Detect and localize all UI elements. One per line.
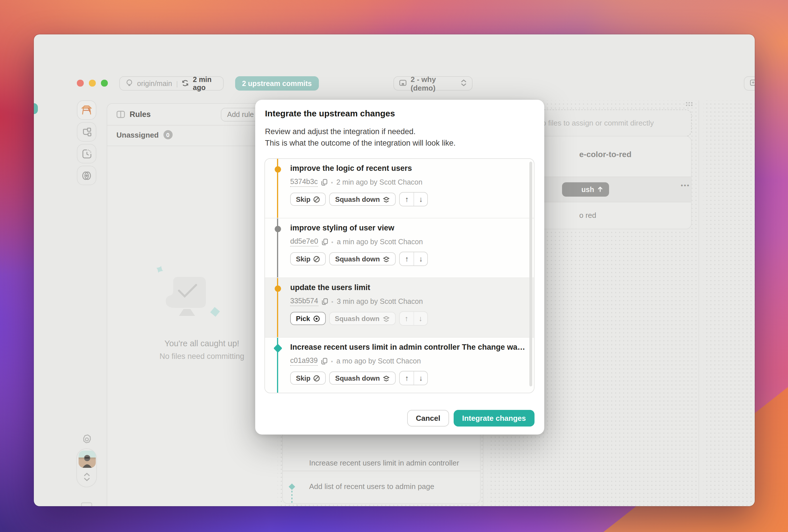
integrate-changes-button[interactable]: Integrate changes (453, 410, 534, 427)
actions-button[interactable]: Actions (744, 76, 755, 90)
push-button[interactable]: ush (562, 182, 609, 197)
squash-down-button[interactable]: Squash down (330, 252, 396, 265)
skip-icon (313, 255, 320, 262)
move-down-button[interactable]: ↓ (413, 312, 427, 325)
rules-title: Rules (130, 110, 151, 119)
integrate-upstream-dialog: Integrate the upstream changes Review an… (255, 100, 544, 434)
move-up-button[interactable]: ↑ (400, 192, 414, 206)
shortcuts-button[interactable] (81, 502, 92, 506)
butler-sparkle-icon (81, 170, 92, 180)
copy-icon[interactable] (321, 179, 328, 186)
sidebar-item-branches[interactable] (77, 122, 96, 142)
commit-title: improve the logic of recent users (290, 164, 412, 172)
commit-title[interactable]: o red (579, 211, 596, 220)
branch-menu-button[interactable]: ••• (681, 182, 690, 189)
reorder-buttons: ↑ ↓ (399, 311, 428, 326)
history-icon (82, 149, 92, 159)
reorder-buttons: ↑ ↓ (399, 192, 428, 206)
commit-row[interactable]: Add list of recent users to admin page (283, 471, 480, 504)
avatar (78, 451, 96, 468)
monitor-check-icon (162, 273, 211, 318)
move-down-button[interactable]: ↓ (414, 371, 428, 385)
close-window-button[interactable] (77, 80, 83, 86)
dialog-description-line: This is what the outcome of the integrat… (265, 138, 456, 149)
commit-dot-icon (274, 285, 281, 291)
squash-down-button[interactable]: Squash down (329, 312, 395, 325)
commit-hash-link[interactable]: 335b574 (290, 297, 318, 306)
move-down-button[interactable]: ↓ (414, 192, 428, 206)
project-icon (399, 78, 407, 88)
fetch-time-label: 2 min ago (193, 75, 217, 91)
move-up-button[interactable]: ↑ (400, 252, 414, 265)
commit-hash-link[interactable]: 5374b3c (290, 178, 318, 187)
pick-commit-button[interactable]: Pick (290, 312, 326, 325)
settings-button[interactable] (81, 434, 92, 447)
minimize-window-button[interactable] (89, 80, 96, 86)
squash-down-icon (383, 196, 390, 203)
skip-commit-button[interactable]: Skip (290, 192, 326, 206)
reorder-buttons: ↑ ↓ (399, 371, 428, 385)
list-scrollbar[interactable] (529, 162, 532, 386)
screen: origin/main | 2 min ago 2 upstream commi… (0, 0, 788, 532)
workspace-lane-empty: Dra bran (703, 100, 755, 506)
commit-title: improve styling of user view (290, 224, 394, 232)
commit-hash-link[interactable]: dd5e7e0 (290, 237, 318, 246)
project-selector[interactable]: 2 - why (demo) (393, 76, 473, 90)
refresh-icon (182, 78, 189, 88)
commit-hash-link[interactable]: c01a939 (290, 356, 318, 366)
commit-title: Add list of recent users to admin page (309, 482, 434, 491)
copy-icon[interactable] (321, 358, 328, 365)
squash-down-button[interactable]: Squash down (330, 192, 396, 206)
commit-diamond-icon (288, 483, 296, 491)
dialog-description-line: Review and adjust the integration if nee… (265, 126, 456, 138)
lane-drag-handle-icon[interactable] (685, 101, 693, 106)
skip-commit-button[interactable]: Skip (290, 371, 326, 385)
gear-icon (81, 434, 92, 445)
skip-icon (313, 375, 320, 382)
copy-icon[interactable] (321, 239, 328, 245)
project-selector-label: 2 - why (demo) (411, 75, 456, 92)
cancel-button[interactable]: Cancel (407, 410, 449, 427)
remote-branch-label: origin/main (137, 79, 172, 87)
commit-row[interactable]: Increase recent users limit in admin con… (309, 458, 459, 467)
commit-title: Increase recent users limit in admin con… (290, 343, 525, 351)
squash-down-button[interactable]: Squash down (330, 371, 396, 385)
unassigned-count-badge: 0 (163, 130, 172, 139)
commit-meta: a min ago by Scott Chacon (337, 238, 423, 246)
squash-down-icon (383, 375, 390, 382)
skip-icon (313, 196, 320, 203)
sidebar-item-workspace[interactable] (77, 100, 96, 120)
sparkle-box-icon (750, 78, 755, 88)
copy-icon[interactable] (321, 298, 328, 305)
move-down-button[interactable]: ↓ (414, 252, 428, 265)
reorder-buttons: ↑ ↓ (399, 252, 428, 266)
sidebar-item-history[interactable] (77, 144, 96, 163)
skip-commit-button[interactable]: Skip (290, 252, 326, 265)
upstream-commit-row: Increase recent users limit in admin con… (265, 337, 534, 393)
commit-dot-icon (274, 226, 281, 232)
move-up-button[interactable]: ↑ (399, 312, 413, 325)
branch-name[interactable]: e-color-to-red (579, 150, 631, 159)
user-switcher[interactable] (76, 448, 97, 487)
zoom-window-button[interactable] (101, 80, 107, 86)
commit-dot-icon (274, 166, 281, 172)
chip-divider: | (176, 79, 178, 87)
sidebar-item-assistant[interactable] (77, 166, 96, 185)
upstream-commits-badge[interactable]: 2 upstream commits (235, 76, 319, 90)
commit-diamond-icon (273, 343, 282, 352)
pick-icon (313, 315, 320, 322)
keyboard-icon (81, 502, 92, 506)
rules-panel-icon (116, 111, 125, 118)
dialog-title: Integrate the upstream changes (265, 108, 395, 118)
remote-status-chip[interactable]: origin/main | 2 min ago (119, 76, 224, 90)
commit-meta: a mo ago by Scott Chacon (336, 357, 421, 365)
add-rule-label: Add rule (227, 111, 254, 119)
unassigned-label: Unassigned (116, 130, 159, 139)
upstream-commit-row-selected: update the users limit 335b574 • 3 min a… (265, 278, 534, 337)
unassigned-section-header[interactable]: Unassigned 0 (116, 130, 172, 139)
squash-down-icon (383, 255, 390, 262)
move-up-button[interactable]: ↑ (400, 371, 414, 385)
upstream-commit-list: improve the logic of recent users 5374b3… (264, 158, 534, 393)
commit-meta: 3 min ago by Scott Chacon (337, 298, 423, 306)
branches-icon (82, 127, 92, 137)
